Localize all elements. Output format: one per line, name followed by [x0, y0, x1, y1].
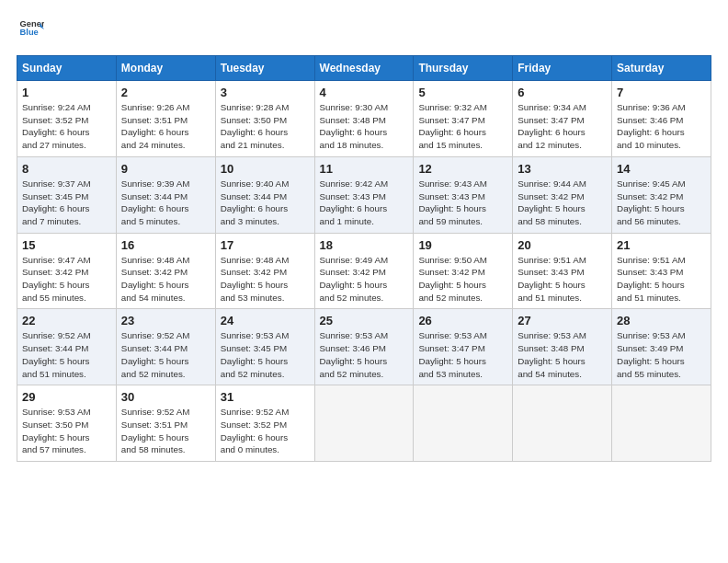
calendar-day-cell: 26Sunrise: 9:53 AMSunset: 3:47 PMDayligh…	[414, 309, 513, 385]
calendar-page: General Blue SundayMondayTuesdayWednesda…	[0, 0, 728, 473]
day-info: Sunrise: 9:42 AMSunset: 3:43 PMDaylight:…	[320, 178, 409, 228]
day-number: 14	[617, 162, 706, 176]
calendar-day-cell: 15Sunrise: 9:47 AMSunset: 3:42 PMDayligh…	[17, 233, 117, 309]
calendar-day-cell: 1Sunrise: 9:24 AMSunset: 3:52 PMDaylight…	[17, 81, 117, 157]
day-number: 26	[418, 314, 507, 327]
logo-icon: General Blue	[18, 17, 44, 42]
day-number: 17	[221, 238, 310, 252]
calendar-day-cell: 28Sunrise: 9:53 AMSunset: 3:49 PMDayligh…	[612, 309, 711, 385]
header: General Blue	[17, 17, 711, 46]
day-info: Sunrise: 9:48 AMSunset: 3:42 PMDaylight:…	[121, 254, 210, 304]
day-number: 16	[121, 238, 210, 252]
calendar-day-cell: 13Sunrise: 9:44 AMSunset: 3:42 PMDayligh…	[513, 156, 612, 233]
day-info: Sunrise: 9:43 AMSunset: 3:43 PMDaylight:…	[418, 178, 507, 228]
day-number: 22	[22, 314, 111, 327]
day-number: 15	[22, 238, 111, 252]
day-number: 24	[221, 314, 310, 327]
calendar-day-cell: 2Sunrise: 9:26 AMSunset: 3:51 PMDaylight…	[116, 81, 215, 157]
day-info: Sunrise: 9:24 AMSunset: 3:52 PMDaylight:…	[22, 101, 111, 152]
day-info: Sunrise: 9:26 AMSunset: 3:51 PMDaylight:…	[121, 101, 210, 152]
calendar-day-cell: 16Sunrise: 9:48 AMSunset: 3:42 PMDayligh…	[116, 233, 215, 309]
calendar-day-cell	[414, 385, 513, 462]
day-number: 4	[320, 86, 409, 99]
calendar-week-row: 8Sunrise: 9:37 AMSunset: 3:45 PMDaylight…	[17, 156, 711, 233]
day-info: Sunrise: 9:49 AMSunset: 3:42 PMDaylight:…	[320, 254, 409, 304]
day-number: 23	[121, 314, 210, 327]
weekday-sunday: Sunday	[17, 56, 117, 81]
day-number: 28	[617, 314, 706, 327]
day-number: 13	[518, 162, 607, 176]
calendar-day-cell: 24Sunrise: 9:53 AMSunset: 3:45 PMDayligh…	[215, 309, 314, 385]
calendar-day-cell: 19Sunrise: 9:50 AMSunset: 3:42 PMDayligh…	[414, 233, 513, 309]
day-info: Sunrise: 9:53 AMSunset: 3:49 PMDaylight:…	[617, 329, 706, 380]
day-info: Sunrise: 9:48 AMSunset: 3:42 PMDaylight:…	[221, 254, 310, 304]
weekday-friday: Friday	[513, 56, 612, 81]
day-info: Sunrise: 9:28 AMSunset: 3:50 PMDaylight:…	[221, 101, 310, 152]
day-info: Sunrise: 9:51 AMSunset: 3:43 PMDaylight:…	[617, 254, 706, 304]
calendar-day-cell: 21Sunrise: 9:51 AMSunset: 3:43 PMDayligh…	[612, 233, 711, 309]
calendar-day-cell: 23Sunrise: 9:52 AMSunset: 3:44 PMDayligh…	[116, 309, 215, 385]
day-number: 8	[22, 162, 111, 176]
day-info: Sunrise: 9:47 AMSunset: 3:42 PMDaylight:…	[22, 254, 111, 304]
day-number: 10	[221, 162, 310, 176]
calendar-body: 1Sunrise: 9:24 AMSunset: 3:52 PMDaylight…	[17, 81, 711, 462]
calendar-day-cell: 14Sunrise: 9:45 AMSunset: 3:42 PMDayligh…	[612, 156, 711, 233]
calendar-day-cell: 25Sunrise: 9:53 AMSunset: 3:46 PMDayligh…	[314, 309, 414, 385]
weekday-saturday: Saturday	[612, 56, 711, 81]
calendar-day-cell: 18Sunrise: 9:49 AMSunset: 3:42 PMDayligh…	[314, 233, 414, 309]
day-number: 6	[518, 86, 607, 99]
day-number: 21	[617, 238, 706, 252]
day-info: Sunrise: 9:52 AMSunset: 3:44 PMDaylight:…	[121, 329, 210, 380]
day-info: Sunrise: 9:53 AMSunset: 3:47 PMDaylight:…	[418, 329, 507, 380]
weekday-wednesday: Wednesday	[314, 56, 414, 81]
day-number: 27	[518, 314, 607, 327]
calendar-day-cell: 7Sunrise: 9:36 AMSunset: 3:46 PMDaylight…	[612, 81, 711, 157]
day-number: 11	[320, 162, 409, 176]
weekday-thursday: Thursday	[414, 56, 513, 81]
day-info: Sunrise: 9:53 AMSunset: 3:46 PMDaylight:…	[320, 329, 409, 380]
day-number: 31	[221, 390, 310, 404]
calendar-day-cell: 6Sunrise: 9:34 AMSunset: 3:47 PMDaylight…	[513, 81, 612, 157]
day-number: 19	[418, 238, 507, 252]
calendar-day-cell: 20Sunrise: 9:51 AMSunset: 3:43 PMDayligh…	[513, 233, 612, 309]
day-info: Sunrise: 9:34 AMSunset: 3:47 PMDaylight:…	[518, 101, 607, 152]
day-number: 18	[320, 238, 409, 252]
calendar-day-cell	[612, 385, 711, 462]
day-info: Sunrise: 9:52 AMSunset: 3:52 PMDaylight:…	[221, 406, 310, 456]
calendar-day-cell: 10Sunrise: 9:40 AMSunset: 3:44 PMDayligh…	[215, 156, 314, 233]
calendar-week-row: 1Sunrise: 9:24 AMSunset: 3:52 PMDaylight…	[17, 81, 711, 157]
day-number: 29	[22, 390, 111, 404]
day-number: 12	[418, 162, 507, 176]
logo: General Blue	[17, 17, 44, 46]
calendar-day-cell: 5Sunrise: 9:32 AMSunset: 3:47 PMDaylight…	[414, 81, 513, 157]
day-info: Sunrise: 9:36 AMSunset: 3:46 PMDaylight:…	[617, 101, 706, 152]
day-number: 5	[418, 86, 507, 99]
weekday-header-row: SundayMondayTuesdayWednesdayThursdayFrid…	[17, 56, 711, 81]
day-number: 20	[518, 238, 607, 252]
day-info: Sunrise: 9:39 AMSunset: 3:44 PMDaylight:…	[121, 178, 210, 228]
day-info: Sunrise: 9:51 AMSunset: 3:43 PMDaylight:…	[518, 254, 607, 304]
day-info: Sunrise: 9:37 AMSunset: 3:45 PMDaylight:…	[22, 178, 111, 228]
weekday-monday: Monday	[116, 56, 215, 81]
calendar-week-row: 22Sunrise: 9:52 AMSunset: 3:44 PMDayligh…	[17, 309, 711, 385]
calendar-day-cell: 12Sunrise: 9:43 AMSunset: 3:43 PMDayligh…	[414, 156, 513, 233]
day-info: Sunrise: 9:53 AMSunset: 3:48 PMDaylight:…	[518, 329, 607, 380]
calendar-table: SundayMondayTuesdayWednesdayThursdayFrid…	[17, 55, 711, 462]
day-info: Sunrise: 9:53 AMSunset: 3:45 PMDaylight:…	[221, 329, 310, 380]
calendar-day-cell: 29Sunrise: 9:53 AMSunset: 3:50 PMDayligh…	[17, 385, 117, 462]
day-number: 9	[121, 162, 210, 176]
calendar-day-cell: 9Sunrise: 9:39 AMSunset: 3:44 PMDaylight…	[116, 156, 215, 233]
calendar-day-cell: 4Sunrise: 9:30 AMSunset: 3:48 PMDaylight…	[314, 81, 414, 157]
calendar-day-cell	[314, 385, 414, 462]
calendar-day-cell: 3Sunrise: 9:28 AMSunset: 3:50 PMDaylight…	[215, 81, 314, 157]
calendar-day-cell	[513, 385, 612, 462]
calendar-day-cell: 22Sunrise: 9:52 AMSunset: 3:44 PMDayligh…	[17, 309, 117, 385]
day-info: Sunrise: 9:44 AMSunset: 3:42 PMDaylight:…	[518, 178, 607, 228]
day-info: Sunrise: 9:52 AMSunset: 3:44 PMDaylight:…	[22, 329, 111, 380]
day-number: 2	[121, 86, 210, 99]
day-info: Sunrise: 9:52 AMSunset: 3:51 PMDaylight:…	[121, 406, 210, 456]
calendar-day-cell: 27Sunrise: 9:53 AMSunset: 3:48 PMDayligh…	[513, 309, 612, 385]
day-info: Sunrise: 9:40 AMSunset: 3:44 PMDaylight:…	[221, 178, 310, 228]
calendar-week-row: 15Sunrise: 9:47 AMSunset: 3:42 PMDayligh…	[17, 233, 711, 309]
svg-text:Blue: Blue	[20, 28, 39, 37]
